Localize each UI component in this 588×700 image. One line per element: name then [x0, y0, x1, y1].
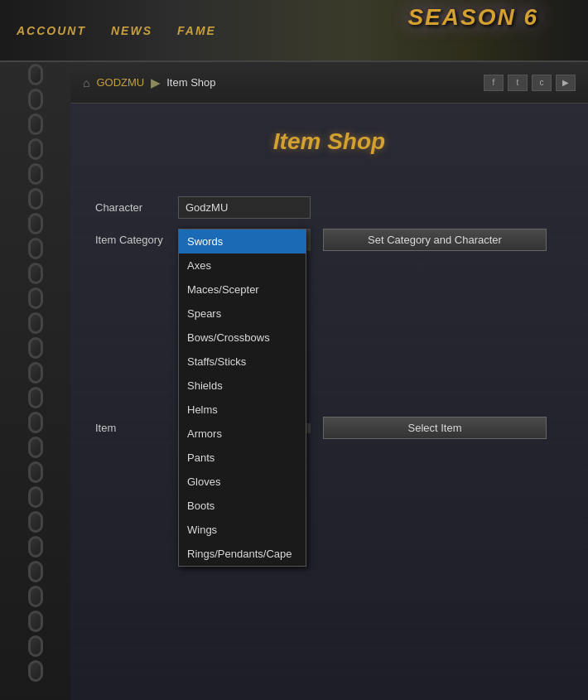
chain-link — [28, 561, 43, 582]
chain-link — [28, 287, 43, 309]
chain-link — [28, 163, 43, 185]
character-label: Character — [95, 201, 178, 214]
dropdown-item-armors[interactable]: Armors — [179, 422, 306, 446]
season-logo: SEASON 6 — [407, 4, 538, 31]
breadcrumb-current-page: Item Shop — [166, 76, 215, 89]
dropdown-item-bows[interactable]: Bows/Crossbows — [179, 326, 306, 350]
dropdown-item-shields[interactable]: Shields — [179, 374, 306, 398]
youtube-icon[interactable]: ▶ — [556, 75, 576, 91]
chain-link — [28, 437, 43, 458]
character-input[interactable] — [178, 196, 311, 219]
select-item-button[interactable]: Select Item — [323, 417, 547, 439]
chain-link — [28, 461, 43, 483]
nav-account[interactable]: ACCOUNT — [17, 24, 86, 37]
main-content: Item Shop Character Item Category Swords… — [70, 104, 588, 700]
chain-link — [28, 64, 43, 85]
chain-link — [28, 238, 43, 259]
item-row: Item ▼ Select Item — [95, 417, 563, 439]
character-row: Character — [95, 196, 563, 219]
camera-icon[interactable]: c — [532, 75, 552, 91]
social-icons: f t c ▶ — [484, 75, 576, 91]
page-title: Item Shop — [95, 120, 563, 163]
nav-links: ACCOUNT NEWS FAME — [17, 24, 216, 37]
twitter-icon[interactable]: t — [508, 75, 528, 91]
dropdown-item-axes[interactable]: Axes — [179, 253, 306, 278]
item-category-select-wrapper: Swords ▼ Swords Axes Maces/Scepter Spear… — [178, 229, 311, 251]
chain-link — [28, 536, 43, 558]
home-icon[interactable]: ⌂ — [83, 76, 89, 89]
chain-link — [28, 611, 43, 632]
chain-link — [28, 586, 43, 607]
dropdown-item-spears[interactable]: Spears — [179, 302, 306, 326]
facebook-icon[interactable]: f — [484, 75, 504, 91]
chain-link — [28, 412, 43, 433]
chain-link — [28, 138, 43, 160]
dropdown-item-pants[interactable]: Pants — [179, 446, 306, 470]
page-title-area: Item Shop — [70, 104, 588, 171]
dropdown-item-swords[interactable]: Swords — [179, 229, 306, 253]
chain-link — [28, 337, 43, 359]
dropdown-item-staffs[interactable]: Staffs/Sticks — [179, 350, 306, 374]
item-category-row: Item Category Swords ▼ Swords Axes Maces… — [95, 229, 563, 251]
item-label: Item — [95, 422, 178, 434]
breadcrumb-separator: ▶ — [151, 76, 160, 89]
dropdown-item-rings[interactable]: Rings/Pendants/Cape — [179, 542, 306, 566]
chain-link — [28, 362, 43, 384]
chain-link — [28, 660, 43, 682]
chain-link — [28, 387, 43, 408]
breadcrumb-site[interactable]: GODZMU — [96, 76, 144, 89]
top-bar: ACCOUNT NEWS FAME SEASON 6 — [0, 0, 588, 62]
dropdown-item-boots[interactable]: Boots — [179, 494, 306, 518]
category-dropdown: Swords Axes Maces/Scepter Spears Bows/Cr… — [178, 229, 306, 567]
chain-link — [28, 89, 43, 110]
dropdown-item-maces[interactable]: Maces/Scepter — [179, 278, 306, 302]
chain-link — [28, 213, 43, 234]
chain-link — [28, 635, 43, 657]
dropdown-item-gloves[interactable]: Gloves — [179, 470, 306, 494]
breadcrumb-bar: ⌂ GODZMU ▶ Item Shop f t c ▶ — [70, 62, 588, 104]
chain-link — [28, 312, 43, 334]
form-area: Character Item Category Swords ▼ Swords … — [70, 180, 588, 466]
chain-link — [28, 486, 43, 508]
chain-link — [28, 113, 43, 135]
item-category-label: Item Category — [95, 234, 178, 246]
chain-link — [28, 263, 43, 284]
left-chain-decoration — [0, 62, 70, 700]
dropdown-item-wings[interactable]: Wings — [179, 518, 306, 542]
chain-link — [28, 511, 43, 533]
chain-link — [28, 188, 43, 210]
form-container: Item Shop Character Item Category Swords… — [70, 104, 588, 466]
set-category-character-button[interactable]: Set Category and Character — [323, 229, 547, 251]
nav-fame[interactable]: FAME — [177, 24, 216, 37]
dropdown-item-helms[interactable]: Helms — [179, 398, 306, 422]
nav-news[interactable]: NEWS — [111, 24, 152, 37]
